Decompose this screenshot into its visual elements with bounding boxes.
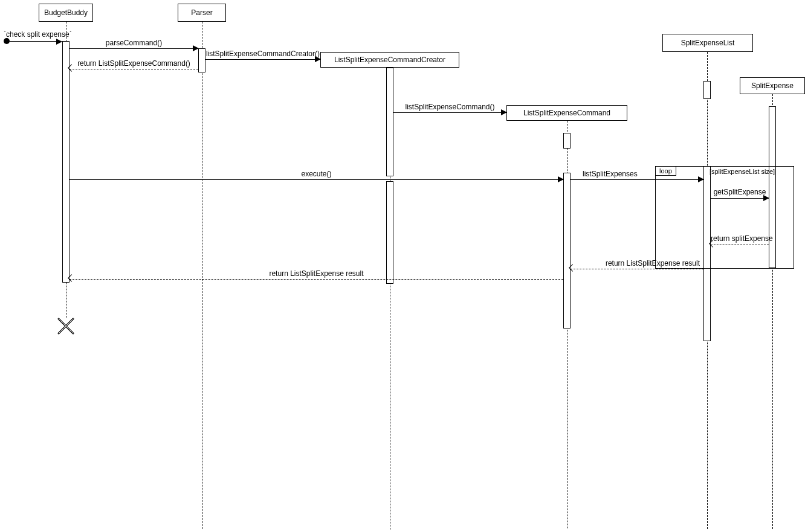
- activation-parser: [198, 48, 205, 72]
- participant-parser: Parser: [178, 4, 226, 22]
- start-dot-icon: [4, 38, 10, 44]
- participant-command: ListSplitExpenseCommand: [506, 105, 627, 121]
- activation-command-2: [563, 173, 571, 328]
- participant-creator: ListSplitExpenseCommandCreator: [320, 52, 459, 68]
- participant-splitlist: SplitExpenseList: [662, 34, 753, 52]
- sequence-diagram: `check split expense` BudgetBuddy Parser…: [0, 0, 805, 532]
- loop-tab: loop: [655, 166, 676, 176]
- msg-creator-call-label: listSplitExpenseCommandCreator(): [205, 50, 320, 58]
- destroy-icon: [57, 317, 75, 335]
- msg-parsecommand-label: parseCommand(): [70, 39, 198, 47]
- msg-getsplitexpense-label: getSplitExpense: [711, 188, 769, 196]
- msg-return-command-label: return ListSplitExpenseCommand(): [70, 59, 198, 68]
- msg-return-splitexpense-label: return splitExpense: [711, 235, 769, 243]
- activation-command-1: [563, 133, 571, 149]
- msg-execute-label: execute(): [70, 170, 563, 178]
- participant-budgetbuddy: BudgetBuddy: [39, 4, 93, 22]
- msg-return-result-1-label: return ListSplitExpense result: [606, 259, 700, 268]
- activation-creator-1: [386, 68, 393, 176]
- activation-creator-2: [386, 181, 393, 284]
- activation-splitlist-1: [703, 81, 711, 99]
- msg-return-result-2-label: return ListSplitExpense result: [70, 269, 563, 278]
- participant-splitexpense: SplitExpense: [740, 77, 805, 94]
- loop-condition: [splitExpenseList size]: [703, 168, 781, 175]
- msg-command-call-label: listSplitExpenseCommand(): [393, 103, 506, 111]
- loop-frame: loop [splitExpenseList size]: [655, 166, 794, 269]
- start-message-label: `check split expense`: [4, 30, 72, 39]
- start-message-line: [10, 41, 62, 42]
- activation-budgetbuddy: [62, 41, 70, 283]
